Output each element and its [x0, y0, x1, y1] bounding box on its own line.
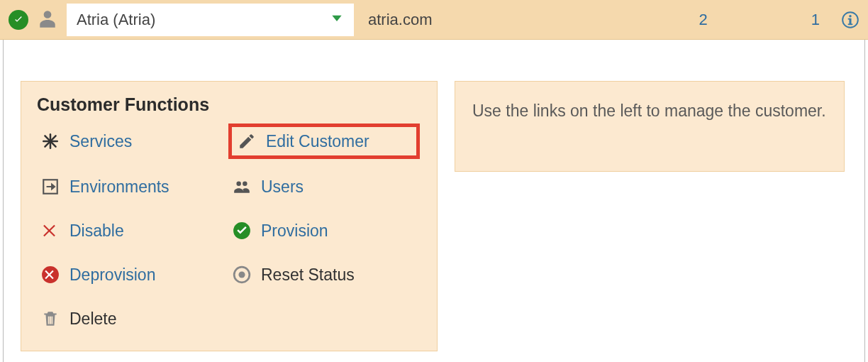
provision-link[interactable]: Provision: [228, 214, 420, 247]
svg-rect-16: [52, 317, 53, 324]
delete-label: Delete: [69, 309, 116, 329]
users-link[interactable]: Users: [228, 170, 420, 203]
x-icon: [38, 221, 62, 240]
x-circle-icon: [38, 265, 62, 284]
delete-item[interactable]: Delete: [37, 302, 228, 335]
dot-circle-icon: [230, 265, 254, 284]
deprovision-label: Deprovision: [69, 265, 155, 285]
services-label: Services: [69, 132, 132, 151]
customer-functions-title: Customer Functions: [37, 94, 421, 115]
count-link-b[interactable]: 1: [808, 11, 823, 29]
edit-customer-link[interactable]: Edit Customer: [228, 124, 420, 159]
functions-grid: Services Edit Customer Environments User…: [37, 124, 421, 335]
users-icon: [230, 177, 254, 196]
asterisk-icon: [38, 132, 62, 150]
help-text: Use the links on the left to manage the …: [472, 102, 826, 120]
arrow-right-box-icon: [38, 177, 62, 196]
domain-text: atria.com: [368, 11, 432, 29]
trash-icon: [38, 309, 62, 328]
checkmark-icon: [9, 10, 28, 30]
customer-functions-card: Customer Functions Services Edit Custome…: [21, 81, 438, 351]
check-circle-icon: [230, 221, 254, 240]
pencil-icon: [235, 132, 259, 150]
svg-rect-14: [48, 317, 50, 324]
customer-topbar: Atria (Atria) atria.com 2 1: [0, 0, 868, 40]
svg-point-1: [849, 15, 851, 17]
chevron-down-icon: [330, 11, 344, 29]
svg-rect-3: [848, 23, 853, 25]
services-link[interactable]: Services: [37, 125, 228, 158]
user-icon: [38, 9, 57, 31]
help-card: Use the links on the left to manage the …: [455, 81, 845, 172]
main-panel: Customer Functions Services Edit Custome…: [3, 40, 865, 362]
deprovision-link[interactable]: Deprovision: [37, 258, 228, 291]
svg-rect-4: [848, 18, 850, 19]
reset-status-label: Reset Status: [261, 265, 355, 285]
reset-status-item[interactable]: Reset Status: [228, 258, 420, 291]
environments-label: Environments: [69, 177, 169, 197]
count-link-a[interactable]: 2: [696, 11, 711, 29]
environments-link[interactable]: Environments: [37, 170, 228, 203]
provision-label: Provision: [261, 221, 328, 241]
info-icon[interactable]: [841, 11, 859, 29]
customer-dropdown[interactable]: Atria (Atria): [67, 4, 354, 36]
users-label: Users: [261, 177, 304, 197]
svg-rect-15: [50, 317, 51, 324]
disable-label: Disable: [69, 221, 124, 241]
disable-link[interactable]: Disable: [37, 214, 228, 247]
svg-point-13: [238, 271, 245, 278]
customer-dropdown-label: Atria (Atria): [77, 11, 155, 29]
edit-customer-label: Edit Customer: [266, 132, 369, 151]
